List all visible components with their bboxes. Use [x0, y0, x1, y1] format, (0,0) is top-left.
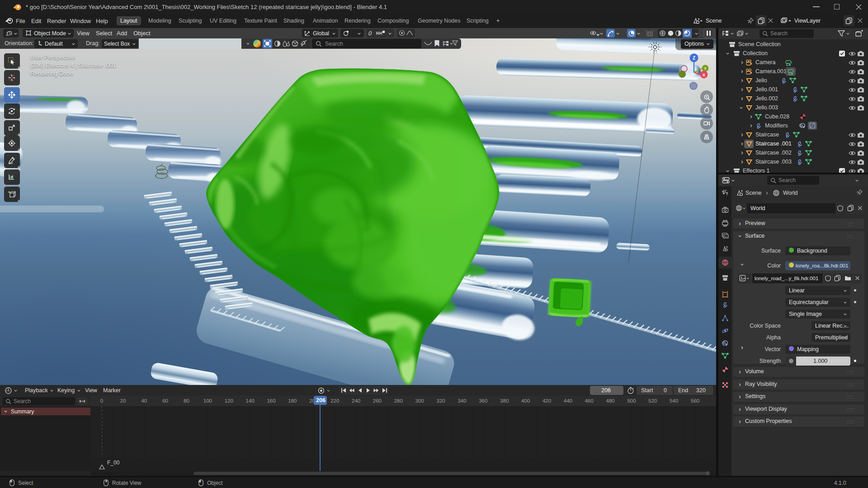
- svg-text:X: X: [703, 72, 706, 77]
- svg-text:Z: Z: [693, 56, 695, 61]
- svg-text:Y: Y: [704, 66, 707, 71]
